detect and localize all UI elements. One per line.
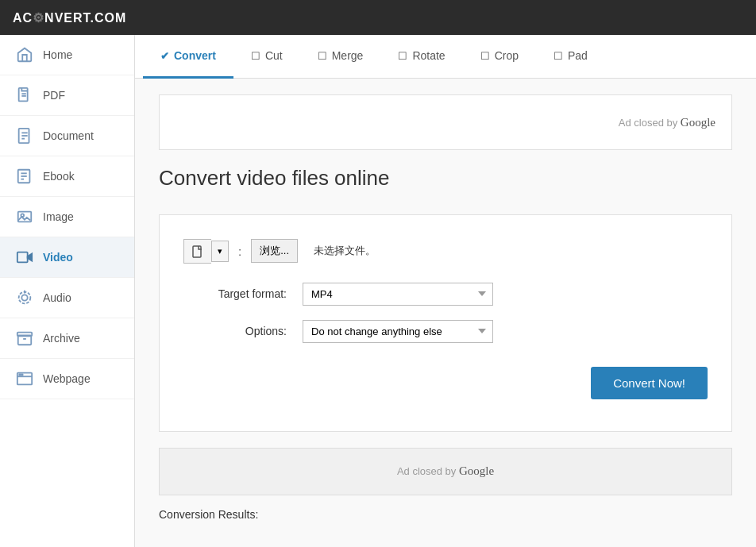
main-content: ✔ Convert ☐ Cut ☐ Merge ☐ Rotate ☐ Crop … <box>135 35 756 547</box>
archive-icon <box>16 329 33 347</box>
tab-rotate[interactable]: ☐ Rotate <box>380 35 462 79</box>
form-area: ▾ : 浏览... 未选择文件。 Target format: MP4 AVI … <box>159 214 732 432</box>
svg-point-24 <box>21 374 23 376</box>
sidebar-item-audio[interactable]: Audio <box>0 278 134 318</box>
options-select[interactable]: Do not change anything else Custom setti… <box>303 320 493 343</box>
conversion-results-text: Conversion Results: <box>159 508 258 521</box>
page-title: Convert video files online <box>159 166 732 191</box>
pdf-icon <box>16 87 33 104</box>
svg-point-23 <box>19 374 21 376</box>
svg-point-16 <box>19 292 31 304</box>
tab-pad[interactable]: ☐ Pad <box>536 35 605 79</box>
cut-tab-icon: ☐ <box>251 50 260 62</box>
options-row: Options: Do not change anything else Cus… <box>183 320 708 343</box>
sidebar-item-image[interactable]: Image <box>0 197 134 237</box>
no-file-text: 未选择文件。 <box>314 244 376 258</box>
ad-banner-top: Ad closed by Google <box>159 94 732 150</box>
layout: Home PDF Docum <box>0 35 756 547</box>
sidebar-item-label-webpage: Webpage <box>43 372 91 385</box>
sidebar-item-label-pdf: PDF <box>43 89 65 102</box>
sidebar-item-label-ebook: Ebook <box>43 170 75 183</box>
sidebar: Home PDF Docum <box>0 35 135 547</box>
merge-tab-icon: ☐ <box>318 50 327 62</box>
svg-rect-0 <box>19 88 28 102</box>
sidebar-item-label-archive: Archive <box>43 332 80 345</box>
sidebar-item-label-video: Video <box>43 251 73 264</box>
sidebar-item-archive[interactable]: Archive <box>0 318 134 359</box>
file-colon: : <box>238 245 241 258</box>
svg-rect-13 <box>17 252 28 263</box>
logo: AC⚙NVERT.COM <box>13 10 126 25</box>
convert-tab-icon: ✔ <box>160 50 169 62</box>
sidebar-item-label-image: Image <box>43 210 74 223</box>
ebook-icon <box>16 168 33 185</box>
pad-tab-icon: ☐ <box>554 50 563 62</box>
svg-point-15 <box>21 295 27 300</box>
file-doc-icon <box>192 245 203 258</box>
rotate-tab-icon: ☐ <box>398 50 407 62</box>
google-logo-top: Google <box>681 116 716 129</box>
sidebar-item-pdf[interactable]: PDF <box>0 75 134 116</box>
tab-cut-label: Cut <box>265 49 283 62</box>
convert-now-button[interactable]: Convert Now! <box>591 367 708 399</box>
tab-crop-label: Crop <box>495 49 519 62</box>
target-format-row: Target format: MP4 AVI MOV MKV FLV WMV W… <box>183 283 708 306</box>
sidebar-item-label-audio: Audio <box>43 291 71 304</box>
tab-rotate-label: Rotate <box>412 49 445 62</box>
sidebar-item-document[interactable]: Document <box>0 116 134 156</box>
tab-cut[interactable]: ☐ Cut <box>233 35 300 79</box>
target-format-select[interactable]: MP4 AVI MOV MKV FLV WMV WEBM OGV <box>303 283 493 306</box>
svg-rect-25 <box>193 246 201 257</box>
webpage-icon <box>16 370 33 387</box>
target-format-label: Target format: <box>183 287 287 300</box>
browse-button[interactable]: 浏览... <box>251 239 298 263</box>
sidebar-item-home[interactable]: Home <box>0 35 134 75</box>
google-logo-bottom: Google <box>459 464 494 477</box>
file-btn-group: ▾ <box>183 239 229 264</box>
tab-merge[interactable]: ☐ Merge <box>300 35 381 79</box>
sidebar-item-label-document: Document <box>43 129 94 142</box>
tab-pad-label: Pad <box>568 49 588 62</box>
file-icon-button[interactable] <box>183 239 211 264</box>
tab-crop[interactable]: ☐ Crop <box>463 35 536 79</box>
convert-btn-row: Convert Now! <box>183 367 708 399</box>
image-icon <box>16 208 33 225</box>
home-icon <box>16 46 33 64</box>
ad-top-text: Ad closed by Google <box>619 116 716 129</box>
file-row: ▾ : 浏览... 未选择文件。 <box>183 239 708 264</box>
document-icon <box>16 127 33 144</box>
svg-rect-19 <box>17 333 32 337</box>
video-icon <box>16 248 33 266</box>
file-dropdown-button[interactable]: ▾ <box>211 241 229 262</box>
ad-banner-bottom: Ad closed by Google <box>159 448 732 495</box>
tabs-bar: ✔ Convert ☐ Cut ☐ Merge ☐ Rotate ☐ Crop … <box>135 35 756 79</box>
sidebar-item-video[interactable]: Video <box>0 237 134 278</box>
header: AC⚙NVERT.COM <box>0 0 756 35</box>
content-area: Ad closed by Google Convert video files … <box>135 79 756 537</box>
audio-icon <box>16 289 33 306</box>
tab-merge-label: Merge <box>332 49 364 62</box>
crop-tab-icon: ☐ <box>480 50 490 62</box>
sidebar-item-webpage[interactable]: Webpage <box>0 359 134 399</box>
conversion-results-label: Conversion Results: <box>159 508 732 521</box>
options-label: Options: <box>183 325 287 337</box>
ad-bottom-text: Ad closed by Google <box>397 464 494 478</box>
sidebar-item-label-home: Home <box>43 48 72 61</box>
tab-convert[interactable]: ✔ Convert <box>143 35 233 79</box>
tab-convert-label: Convert <box>174 49 216 62</box>
sidebar-item-ebook[interactable]: Ebook <box>0 156 134 197</box>
